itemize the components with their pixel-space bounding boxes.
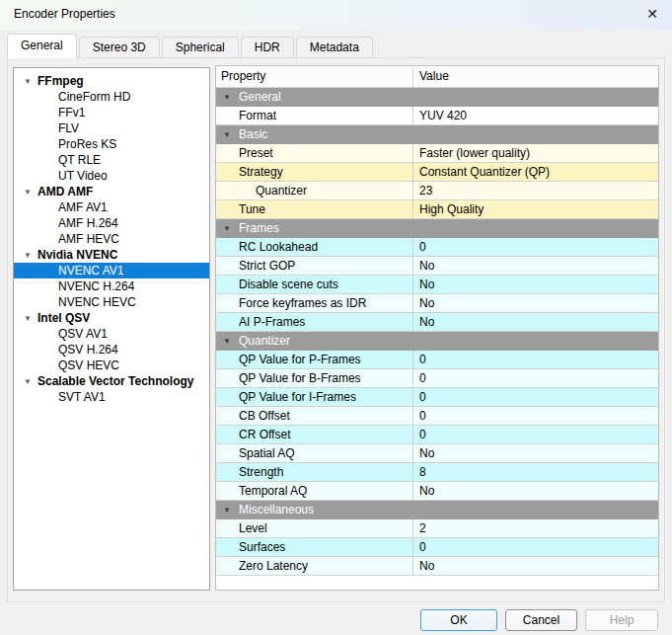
property-name: Level (216, 519, 413, 538)
property-name: Preset (216, 144, 413, 163)
property-value[interactable]: No (413, 482, 658, 501)
property-row-ai-p-frames[interactable]: AI P-FramesNo (216, 313, 658, 332)
property-row-temporal-aq[interactable]: Temporal AQNo (216, 482, 658, 501)
tree-item-amf-hevc[interactable]: AMF HEVC (14, 231, 209, 247)
section-title: Basic (239, 127, 267, 141)
expander-icon[interactable]: ▼ (24, 248, 36, 264)
property-row-cb-offset[interactable]: CB Offset0 (216, 407, 658, 426)
property-value[interactable]: 8 (413, 463, 658, 482)
tree-item-ffv1[interactable]: FFv1 (14, 105, 209, 120)
property-value[interactable]: No (413, 294, 658, 313)
tree-item-ut-video[interactable]: UT Video (14, 168, 209, 184)
tree-item-qsv-hevc[interactable]: QSV HEVC (14, 357, 209, 373)
property-value[interactable]: No (413, 257, 658, 276)
property-row-qp-value-for-b-frames[interactable]: QP Value for B-Frames0 (216, 369, 658, 388)
property-value[interactable]: 0 (413, 369, 658, 388)
tab-general[interactable]: General (7, 34, 77, 58)
property-row-qp-value-for-i-frames[interactable]: QP Value for I-Frames0 (216, 388, 658, 407)
section-title: Miscellaneous (239, 503, 314, 516)
tab-stereo-3d[interactable]: Stereo 3D (79, 37, 160, 57)
collapse-icon[interactable]: ▼ (223, 502, 231, 519)
property-row-preset[interactable]: PresetFaster (lower quality) (216, 144, 658, 163)
tab-hdr[interactable]: HDR (241, 37, 294, 57)
property-row-spatial-aq[interactable]: Spatial AQNo (216, 444, 658, 463)
collapse-icon[interactable]: ▼ (223, 333, 231, 351)
expander-icon[interactable]: ▼ (24, 74, 36, 90)
encoder-tree: ▼FFmpegCineForm HDFFv1FLVProRes KSQT RLE… (13, 67, 210, 591)
tree-item-prores-ks[interactable]: ProRes KS (14, 136, 209, 152)
tree-category-label: Nvidia NVENC (37, 248, 117, 262)
property-value[interactable]: 0 (413, 538, 658, 557)
property-name: CR Offset (216, 426, 413, 444)
property-row-strategy[interactable]: StrategyConstant Quantizer (QP) (216, 163, 658, 182)
property-value[interactable]: 23 (413, 182, 658, 200)
expander-icon[interactable]: ▼ (24, 374, 36, 390)
tree-item-nvenc-av1[interactable]: NVENC AV1 (14, 263, 209, 278)
tab-spherical[interactable]: Spherical (162, 37, 239, 57)
property-value[interactable]: YUV 420 (413, 107, 658, 125)
tree-item-svt-av1[interactable]: SVT AV1 (14, 389, 209, 405)
property-value[interactable]: No (413, 276, 658, 294)
expander-icon[interactable]: ▼ (24, 185, 36, 200)
tree-item-nvenc-hevc[interactable]: NVENC HEVC (14, 294, 209, 310)
property-row-tune[interactable]: TuneHigh Quality (216, 200, 658, 219)
property-row-force-keyframes-as-idr[interactable]: Force keyframes as IDRNo (216, 294, 658, 313)
property-value[interactable]: Constant Quantizer (QP) (413, 163, 658, 182)
collapse-icon[interactable]: ▼ (223, 89, 231, 107)
property-row-level[interactable]: Level2 (216, 519, 658, 538)
property-value[interactable]: 2 (413, 519, 658, 538)
tree-category-label: Scalable Vector Technology (37, 374, 194, 388)
property-row-strength[interactable]: Strength8 (216, 463, 658, 482)
tree-item-cineform-hd[interactable]: CineForm HD (14, 89, 209, 105)
section-header-frames[interactable]: ▼Frames (216, 219, 658, 238)
expander-icon[interactable]: ▼ (24, 311, 36, 327)
property-value[interactable]: 0 (413, 407, 658, 426)
tree-category-nvidia-nvenc[interactable]: ▼Nvidia NVENC (14, 247, 209, 263)
property-row-zero-latency[interactable]: Zero LatencyNo (216, 557, 658, 576)
section-header-general[interactable]: ▼General (216, 88, 658, 107)
property-row-strict-gop[interactable]: Strict GOPNo (216, 257, 658, 276)
tree-item-nvenc-h-264[interactable]: NVENC H.264 (14, 278, 209, 294)
tree-category-scalable-vector-technology[interactable]: ▼Scalable Vector Technology (14, 373, 209, 389)
property-value[interactable]: Faster (lower quality) (413, 144, 658, 163)
collapse-icon[interactable]: ▼ (223, 126, 231, 144)
property-value[interactable]: No (413, 557, 658, 576)
tree-item-amf-av1[interactable]: AMF AV1 (14, 199, 209, 215)
tree-item-qt-rle[interactable]: QT RLE (14, 152, 209, 168)
tree-item-amf-h-264[interactable]: AMF H.264 (14, 215, 209, 231)
tree-category-ffmpeg[interactable]: ▼FFmpeg (14, 73, 209, 89)
close-icon[interactable]: ✕ (643, 5, 661, 23)
property-value[interactable]: 0 (413, 388, 658, 407)
property-row-qp-value-for-p-frames[interactable]: QP Value for P-Frames0 (216, 351, 658, 369)
property-row-rc-lookahead[interactable]: RC Lookahead0 (216, 238, 658, 257)
property-name: Zero Latency (216, 557, 413, 576)
help-button[interactable]: Help (585, 609, 658, 631)
tree-category-intel-qsv[interactable]: ▼Intel QSV (14, 310, 209, 326)
grid-header-value: Value (413, 66, 658, 87)
tab-metadata[interactable]: Metadata (296, 37, 373, 57)
property-value[interactable]: 0 (413, 238, 658, 257)
tree-item-qsv-h-264[interactable]: QSV H.264 (14, 342, 209, 357)
property-row-quantizer[interactable]: Quantizer23 (216, 182, 658, 200)
section-header-miscellaneous[interactable]: ▼Miscellaneous (216, 501, 658, 519)
property-value[interactable]: No (413, 444, 658, 463)
tree-category-amd-amf[interactable]: ▼AMD AMF (14, 184, 209, 199)
section-title: Frames (239, 221, 279, 235)
section-header-quantizer[interactable]: ▼Quantizer (216, 332, 658, 351)
property-name: AI P-Frames (216, 313, 413, 332)
ok-button[interactable]: OK (420, 609, 497, 631)
property-value[interactable]: No (413, 313, 658, 332)
tree-item-qsv-av1[interactable]: QSV AV1 (14, 326, 209, 342)
collapse-icon[interactable]: ▼ (223, 220, 231, 238)
property-value[interactable]: 0 (413, 351, 658, 369)
cancel-button[interactable]: Cancel (505, 609, 577, 631)
section-header-basic[interactable]: ▼Basic (216, 125, 658, 144)
property-row-format[interactable]: FormatYUV 420 (216, 107, 658, 125)
property-name: Quantizer (216, 182, 413, 200)
property-row-cr-offset[interactable]: CR Offset0 (216, 426, 658, 444)
property-row-surfaces[interactable]: Surfaces0 (216, 538, 658, 557)
tree-item-flv[interactable]: FLV (14, 120, 209, 136)
property-row-disable-scene-cuts[interactable]: Disable scene cutsNo (216, 276, 658, 294)
property-value[interactable]: 0 (413, 426, 658, 444)
property-value[interactable]: High Quality (413, 200, 658, 219)
